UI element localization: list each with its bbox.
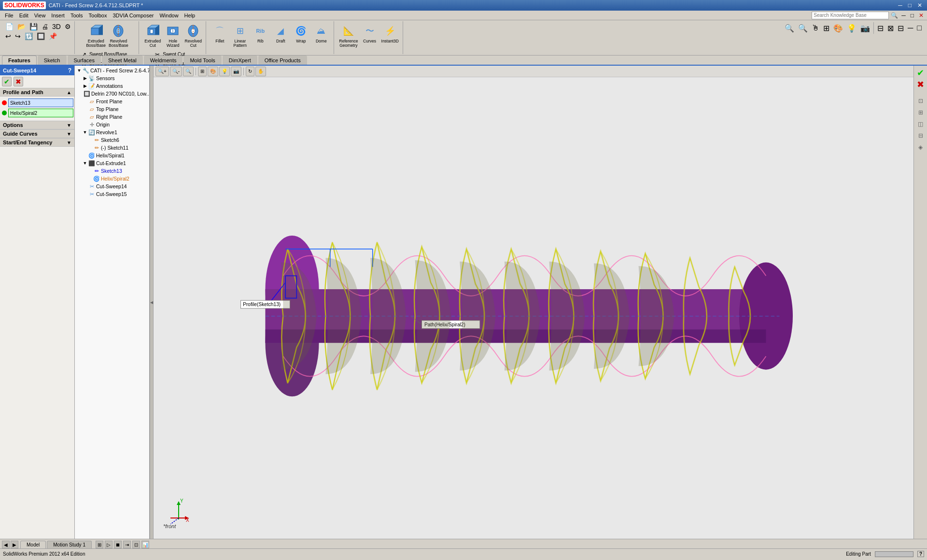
display-style-btn[interactable]: 🎨 bbox=[208, 67, 218, 76]
extruded-cut-btn[interactable]: ExtrudedCut bbox=[143, 22, 162, 49]
menu-toolbox[interactable]: Toolbox bbox=[86, 12, 110, 19]
view-btn-4[interactable]: ⊞ bbox=[822, 23, 831, 33]
redo-btn[interactable]: ↪ bbox=[14, 32, 22, 41]
zoom-fit-btn[interactable]: 🔍 bbox=[183, 67, 194, 76]
view-btn-12[interactable]: □ bbox=[915, 23, 923, 33]
profile-input[interactable] bbox=[8, 98, 73, 107]
dome-btn[interactable]: ⛰ Dome bbox=[311, 22, 331, 44]
tree-item-cut-sweep15[interactable]: ✂ Cut-Sweep15 bbox=[75, 190, 149, 198]
bottom-icon-4[interactable]: ⇥ bbox=[123, 541, 131, 548]
tab-dimxpert[interactable]: DimXpert bbox=[223, 56, 257, 65]
tree-item-sketch6[interactable]: ✏ Sketch6 bbox=[75, 136, 149, 144]
view-btn-9[interactable]: ⊠ bbox=[886, 23, 895, 33]
view-btn-1[interactable]: 🔍 bbox=[783, 23, 796, 33]
right-cancel-btn[interactable]: ✖ bbox=[915, 79, 926, 90]
pan-btn[interactable]: ✋ bbox=[255, 67, 266, 76]
tree-item-material[interactable]: 🔲 Delrin 2700 NC010, Low... bbox=[75, 90, 149, 98]
view-btn-8[interactable]: ⊟ bbox=[876, 23, 885, 33]
options-header[interactable]: Options ▼ bbox=[0, 121, 74, 129]
menu-window[interactable]: Window bbox=[156, 12, 181, 19]
minimize-icon[interactable]: ─ bbox=[900, 12, 907, 19]
menu-view[interactable]: View bbox=[31, 12, 49, 19]
open-btn[interactable]: 📂 bbox=[16, 22, 27, 31]
view-btn-7[interactable]: 📷 bbox=[859, 23, 871, 33]
tab-surfaces[interactable]: Surfaces bbox=[68, 56, 101, 65]
right-icon-1[interactable]: ⊡ bbox=[915, 96, 926, 106]
bottom-icon-6[interactable]: 📊 bbox=[141, 541, 149, 548]
lighting-btn[interactable]: 💡 bbox=[219, 67, 230, 76]
search-knowledge-base[interactable] bbox=[812, 12, 889, 19]
tree-item-helix-spiral1[interactable]: 🌀 Helix/Spiral1 bbox=[75, 152, 149, 159]
rib-btn[interactable]: Rib Rib bbox=[251, 22, 270, 44]
view-btn-2[interactable]: 🔍 bbox=[797, 23, 809, 33]
zoom-in-btn[interactable]: 🔍+ bbox=[155, 67, 169, 76]
view-orient-btn[interactable]: ⊞ bbox=[198, 67, 207, 76]
extruded-boss-base-btn[interactable]: ExtrudedBoss/Base bbox=[85, 22, 107, 49]
tree-item-origin[interactable]: ✛ Origin bbox=[75, 121, 149, 128]
menu-file[interactable]: File bbox=[2, 12, 16, 19]
viewport[interactable]: 🔍+ 🔍- 🔍 ⊞ 🎨 💡 📷 ↻ ✋ bbox=[154, 66, 913, 539]
options-btn[interactable]: ⚙ bbox=[63, 22, 72, 31]
view-btn-5[interactable]: 🎨 bbox=[832, 23, 844, 33]
tree-item-sketch11[interactable]: ✏ (-) Sketch11 bbox=[75, 144, 149, 152]
linear-pattern-btn[interactable]: ⊞ LinearPattern bbox=[230, 22, 250, 49]
help-btn-status[interactable]: ? bbox=[917, 551, 924, 557]
tab-office-products[interactable]: Office Products bbox=[258, 56, 307, 65]
right-icon-3[interactable]: ◫ bbox=[915, 119, 926, 129]
minimize-button[interactable]: ─ bbox=[896, 2, 904, 9]
collapse-handle[interactable]: ◀ bbox=[150, 66, 154, 539]
tree-item-front-plane[interactable]: ▱ Front Plane bbox=[75, 98, 149, 105]
tree-item-right-plane[interactable]: ▱ Right Plane bbox=[75, 113, 149, 121]
reference-geometry-btn[interactable]: 📐 ReferenceGeometry bbox=[338, 22, 359, 49]
window-controls[interactable]: ─ □ ✕ bbox=[896, 2, 924, 9]
bottom-icon-3[interactable]: ⏹ bbox=[114, 541, 122, 548]
instant3d-btn[interactable]: ⚡ Instant3D bbox=[380, 22, 400, 44]
start-end-header[interactable]: Start/End Tangency ▼ bbox=[0, 139, 74, 147]
3dvia-btn[interactable]: 3D bbox=[51, 22, 62, 31]
right-icon-2[interactable]: ⊞ bbox=[915, 107, 926, 118]
menu-insert[interactable]: Insert bbox=[48, 12, 68, 19]
bottom-icon-5[interactable]: ⊡ bbox=[132, 541, 140, 548]
close-icon[interactable]: ✕ bbox=[917, 12, 925, 19]
rebuild-btn[interactable]: 🔃 bbox=[23, 32, 34, 41]
revolved-boss-base-btn[interactable]: RevolvedBoss/Base bbox=[108, 22, 129, 49]
sel-filter-btn[interactable]: 🔲 bbox=[35, 32, 46, 41]
restore-icon[interactable]: □ bbox=[909, 12, 915, 19]
path-input[interactable] bbox=[8, 109, 73, 117]
profile-path-header[interactable]: Profile and Path ▲ bbox=[0, 88, 74, 97]
zoom-out-btn[interactable]: 🔍- bbox=[170, 67, 182, 76]
tree-item-sensors[interactable]: ▶ 📡 Sensors bbox=[75, 74, 149, 82]
right-ok-btn[interactable]: ✔ bbox=[915, 68, 926, 78]
tree-item-root[interactable]: ▼ 🔧 CATI - Feed Screw 2.6-4.71... bbox=[75, 67, 149, 74]
tree-item-top-plane[interactable]: ▱ Top Plane bbox=[75, 105, 149, 113]
tree-item-helix-spiral2[interactable]: 🌀 Helix/Spiral2 bbox=[75, 175, 149, 182]
bottom-icon-2[interactable]: ▷ bbox=[105, 541, 112, 548]
tree-item-revolve1[interactable]: ▼ 🔄 Revolve1 bbox=[75, 128, 149, 136]
tree-item-sketch13[interactable]: ✏ Sketch13 bbox=[75, 167, 149, 175]
bottom-nav-prev[interactable]: ◀ bbox=[2, 541, 10, 548]
tree-item-annotations[interactable]: ▶ 📝 Annotations bbox=[75, 82, 149, 90]
print-btn[interactable]: 🖨 bbox=[40, 22, 50, 31]
rotate-btn[interactable]: ↻ bbox=[246, 67, 254, 76]
tab-features[interactable]: Features bbox=[2, 56, 37, 65]
view-btn-6[interactable]: 💡 bbox=[845, 23, 858, 33]
bottom-nav-next[interactable]: ▶ bbox=[11, 541, 18, 548]
view-btn-3[interactable]: 🖱 bbox=[810, 23, 821, 33]
curves-btn[interactable]: 〜 Curves bbox=[360, 22, 379, 44]
snap-btn[interactable]: 📌 bbox=[47, 32, 58, 41]
undo-btn[interactable]: ↩ bbox=[4, 32, 13, 41]
revolved-cut-btn[interactable]: RevolvedCut bbox=[183, 22, 203, 49]
tab-weldments[interactable]: Weldments bbox=[144, 56, 183, 65]
tab-model[interactable]: Model bbox=[20, 541, 46, 548]
wrap-btn[interactable]: 🌀 Wrap bbox=[291, 22, 310, 44]
tab-sketch[interactable]: Sketch bbox=[38, 56, 67, 65]
new-btn[interactable]: 📄 bbox=[4, 22, 15, 31]
guide-curves-header[interactable]: Guide Curves ▼ bbox=[0, 130, 74, 138]
view-btn-11[interactable]: ─ bbox=[906, 23, 914, 33]
tab-mold-tools[interactable]: Mold Tools bbox=[183, 56, 221, 65]
close-button[interactable]: ✕ bbox=[915, 2, 924, 9]
right-icon-5[interactable]: ◈ bbox=[915, 142, 926, 153]
tree-item-cut-sweep14[interactable]: ✂ Cut-Sweep14 bbox=[75, 182, 149, 190]
menu-help[interactable]: Help bbox=[182, 12, 198, 19]
tab-motion-study[interactable]: Motion Study 1 bbox=[47, 541, 92, 548]
